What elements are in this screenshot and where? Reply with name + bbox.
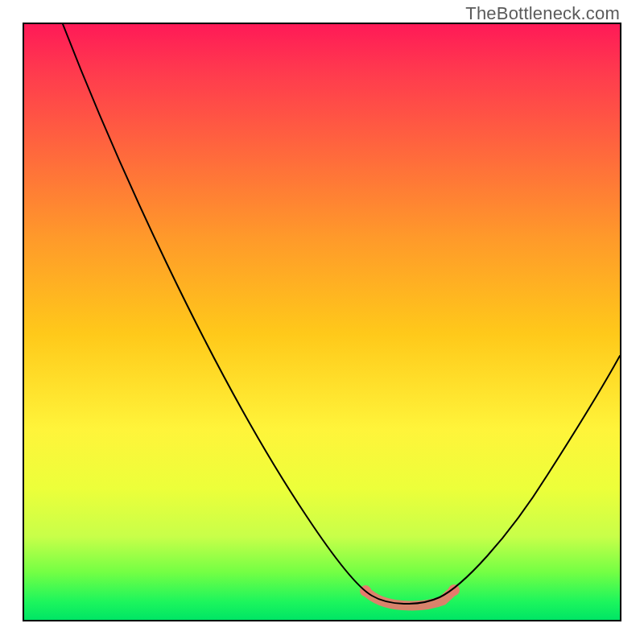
plot-area xyxy=(23,23,621,621)
bottleneck-curve xyxy=(63,24,620,604)
watermark-text: TheBottleneck.com xyxy=(465,3,620,24)
curve-svg xyxy=(24,24,620,620)
chart-stage: TheBottleneck.com xyxy=(0,0,644,644)
